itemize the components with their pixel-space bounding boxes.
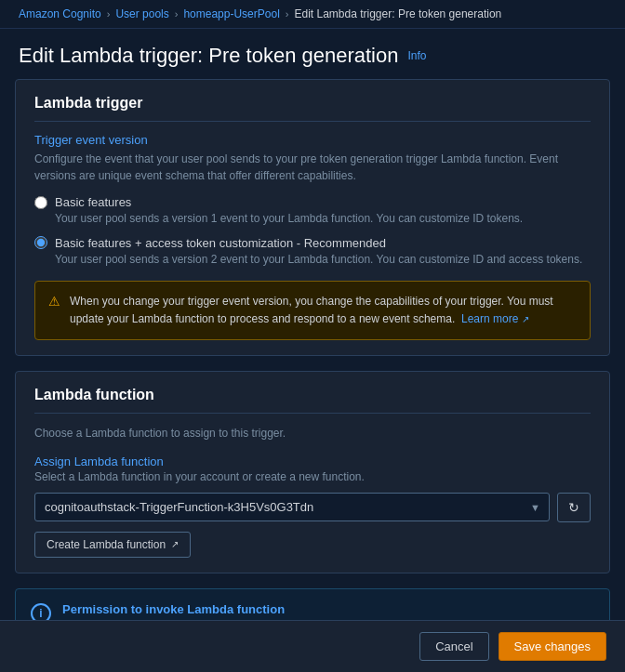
lambda-trigger-title: Lambda trigger <box>34 95 591 122</box>
breadcrumb-user-pool[interactable]: homeapp-UserPool <box>183 7 279 20</box>
breadcrumb-current: Edit Lambda trigger: Pre token generatio… <box>294 7 501 20</box>
refresh-icon: ↻ <box>568 500 579 515</box>
warning-text: When you change your trigger event versi… <box>70 293 577 328</box>
refresh-button[interactable]: ↻ <box>557 493 591 522</box>
radio-option-basic: Basic features Your user pool sends a ve… <box>34 195 591 227</box>
radio-basic-access[interactable] <box>34 236 47 249</box>
permission-title: Permission to invoke Lambda function <box>62 602 594 616</box>
save-changes-button[interactable]: Save changes <box>499 632 606 661</box>
radio-basic-features-desc: Your user pool sends a version 1 event t… <box>55 211 591 227</box>
radio-basic-access-label[interactable]: Basic features + access token customizat… <box>55 236 386 250</box>
trigger-event-description: Configure the event that your user pool … <box>34 151 591 184</box>
info-link[interactable]: Info <box>407 49 426 62</box>
breadcrumb-sep-2: › <box>175 8 179 20</box>
trigger-event-label: Trigger event version <box>34 133 591 147</box>
radio-basic-features-label[interactable]: Basic features <box>55 195 131 209</box>
breadcrumb-sep-1: › <box>107 8 111 20</box>
learn-more-link[interactable]: Learn more ↗ <box>459 312 529 325</box>
page-title: Edit Lambda trigger: Pre token generatio… <box>19 44 398 68</box>
assign-lambda-label: Assign Lambda function <box>34 455 591 468</box>
breadcrumb: Amazon Cognito › User pools › homeapp-Us… <box>0 0 625 29</box>
external-link-icon: ↗ <box>522 314 529 324</box>
lambda-trigger-section: Lambda trigger Trigger event version Con… <box>15 79 610 356</box>
page-header: Edit Lambda trigger: Pre token generatio… <box>0 29 625 79</box>
breadcrumb-amazon-cognito[interactable]: Amazon Cognito <box>19 7 101 20</box>
radio-option-basic-access: Basic features + access token customizat… <box>34 236 591 268</box>
radio-basic-access-desc: Your user pool sends a version 2 event t… <box>55 252 591 268</box>
footer-bar: Cancel Save changes <box>0 620 625 672</box>
create-lambda-button[interactable]: Create Lambda function ↗ <box>34 532 191 558</box>
breadcrumb-user-pools[interactable]: User pools <box>115 7 168 20</box>
lambda-select-wrapper: cognitoauthstack-TriggerFunction-k3H5Vs0… <box>34 493 550 521</box>
lambda-function-section: Lambda function Choose a Lambda function… <box>15 371 610 573</box>
create-lambda-external-icon: ↗ <box>171 539 179 549</box>
create-lambda-label: Create Lambda function <box>47 538 166 551</box>
lambda-function-select[interactable]: cognitoauthstack-TriggerFunction-k3H5Vs0… <box>34 493 550 521</box>
breadcrumb-sep-3: › <box>286 8 289 20</box>
warning-icon: ⚠ <box>48 294 60 309</box>
lambda-function-title: Lambda function <box>34 387 591 414</box>
trigger-event-radio-group: Basic features Your user pool sends a ve… <box>34 195 591 268</box>
assign-lambda-desc: Select a Lambda function in your account… <box>34 470 591 483</box>
lambda-function-subtitle: Choose a Lambda function to assign to th… <box>34 425 591 441</box>
warning-box: ⚠ When you change your trigger event ver… <box>34 281 591 340</box>
radio-basic-features[interactable] <box>34 196 47 209</box>
lambda-select-row: cognitoauthstack-TriggerFunction-k3H5Vs0… <box>34 493 591 522</box>
cancel-button[interactable]: Cancel <box>419 632 488 661</box>
